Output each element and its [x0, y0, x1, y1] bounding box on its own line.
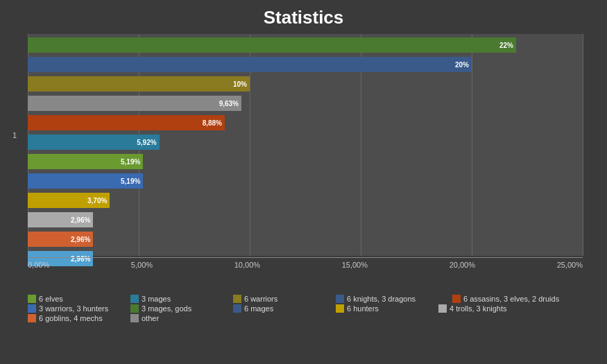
legend-text-9: 4 trolls, 3 knights	[450, 304, 507, 313]
legend-color-2	[233, 295, 241, 303]
bar-8: 3,70%	[28, 193, 110, 208]
chart-background: 22% 20% 10% 9,63% 8,88%	[28, 34, 583, 256]
legend: 6 elves 3 mages 6 warriors 6 knights, 3 …	[0, 293, 607, 324]
legend-item-9: 4 trolls, 3 knights	[438, 304, 536, 313]
bar-2: 10%	[28, 76, 250, 92]
bar-label-9: 2,96%	[71, 216, 90, 224]
legend-color-6	[130, 304, 139, 313]
bar-0: 22%	[28, 37, 516, 53]
legend-text-11: other	[142, 314, 159, 322]
legend-color-11	[130, 314, 139, 322]
legend-color-10	[28, 314, 36, 322]
legend-item-6: 3 mages, gods	[130, 304, 228, 313]
legend-item-2: 6 warriors	[233, 295, 330, 303]
x-axis: 0,00% 5,00% 10,00% 15,00% 20,00% 25,00%	[28, 257, 583, 269]
bar-label-10: 2,96%	[71, 236, 90, 243]
x-label-4: 20,00%	[450, 261, 475, 269]
x-label-1: 5,00%	[131, 261, 153, 269]
bar-label-8: 3,70%	[87, 197, 107, 205]
legend-text-8: 6 hunters	[347, 304, 379, 313]
legend-item-5: 3 warriors, 3 hunters	[28, 304, 125, 313]
bar-label-3: 9,63%	[219, 100, 239, 107]
legend-item-8: 6 hunters	[336, 304, 433, 313]
legend-text-4: 6 assasins, 3 elves, 2 druids	[463, 295, 559, 303]
legend-text-7: 6 mages	[244, 304, 273, 313]
bar-label-5: 5,92%	[137, 139, 156, 146]
legend-color-1	[130, 295, 139, 303]
legend-text-2: 6 warriors	[244, 295, 277, 303]
bar-6: 5,19%	[28, 154, 143, 169]
legend-color-8	[336, 304, 344, 313]
bar-10: 2,96%	[28, 232, 93, 247]
bar-row-4: 8,88%	[28, 114, 583, 132]
legend-color-3	[336, 295, 344, 303]
legend-color-9	[438, 304, 447, 313]
vgrid-5	[583, 34, 583, 256]
legend-color-5	[28, 304, 36, 313]
bar-row-10: 2,96%	[28, 230, 583, 248]
legend-item-10: 6 goblins, 4 mechs	[28, 314, 125, 322]
bar-9: 2,96%	[28, 212, 93, 227]
chart-container: 1 22% 20% 10%	[28, 34, 583, 291]
bar-row-5: 5,92%	[28, 133, 583, 151]
legend-color-4	[452, 295, 461, 303]
page-title: Statistics	[0, 0, 607, 34]
legend-text-3: 6 knights, 3 dragons	[347, 295, 416, 303]
bar-label-0: 22%	[499, 42, 513, 49]
bar-5: 5,92%	[28, 135, 160, 150]
y-axis-label: 1	[12, 131, 17, 139]
bar-7: 5,19%	[28, 173, 143, 189]
bar-row-1: 20%	[28, 55, 583, 73]
bar-4: 8,88%	[28, 115, 225, 130]
legend-text-5: 3 warriors, 3 hunters	[39, 304, 108, 313]
bar-row-2: 10%	[28, 75, 583, 93]
x-label-5: 25,00%	[557, 261, 583, 269]
bars-container: 22% 20% 10% 9,63% 8,88%	[28, 34, 583, 271]
bar-3: 9,63%	[28, 96, 241, 111]
legend-item-4: 6 assasins, 3 elves, 2 druids	[452, 295, 559, 303]
bar-1: 20%	[28, 57, 472, 72]
bar-label-6: 5,19%	[121, 158, 140, 166]
legend-item-0: 6 elves	[28, 295, 125, 303]
bar-row-0: 22%	[28, 36, 583, 54]
legend-color-7	[233, 304, 241, 313]
legend-text-10: 6 goblins, 4 mechs	[39, 314, 103, 322]
bar-row-9: 2,96%	[28, 211, 583, 229]
bar-row-6: 5,19%	[28, 153, 583, 171]
bar-row-7: 5,19%	[28, 172, 583, 190]
bar-label-1: 20%	[455, 61, 469, 69]
legend-item-1: 3 mages	[130, 295, 228, 303]
bar-label-7: 5,19%	[121, 177, 140, 185]
legend-item-11: other	[130, 314, 186, 322]
legend-item-3: 6 knights, 3 dragons	[336, 295, 447, 303]
legend-text-6: 3 mages, gods	[142, 304, 191, 313]
bar-label-2: 10%	[233, 80, 247, 88]
bar-label-4: 8,88%	[203, 119, 222, 127]
legend-text-0: 6 elves	[39, 295, 63, 303]
bar-row-8: 3,70%	[28, 191, 583, 209]
x-label-2: 10,00%	[234, 261, 260, 269]
legend-item-7: 6 mages	[233, 304, 330, 313]
x-label-0: 0,00%	[28, 261, 49, 269]
legend-color-0	[28, 295, 36, 303]
bar-row-3: 9,63%	[28, 94, 583, 112]
x-label-3: 15,00%	[342, 261, 368, 269]
legend-text-1: 3 mages	[142, 295, 171, 303]
